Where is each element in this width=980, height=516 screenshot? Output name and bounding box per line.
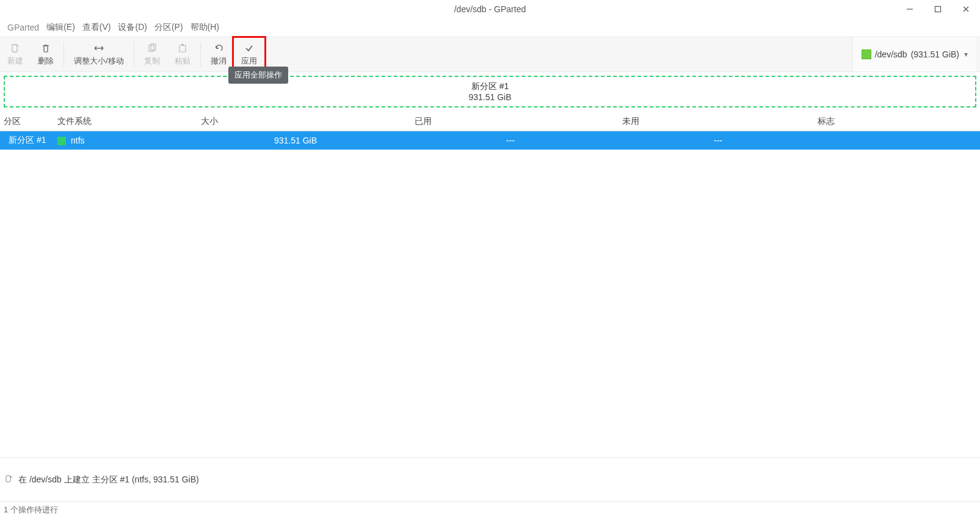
svg-rect-8 xyxy=(180,45,186,52)
resize-label: 调整大小/移动 xyxy=(74,56,124,67)
copy-button: 复制 xyxy=(137,37,167,71)
toolbar: 新建 删除 调整大小/移动 复制 粘贴 撤消 应用 xyxy=(0,37,980,72)
trash-icon xyxy=(41,42,51,54)
partition-map-name: 新分区 #1 xyxy=(471,81,509,92)
titlebar: /dev/sdb - GParted xyxy=(0,0,980,18)
menu-device[interactable]: 设备(D) xyxy=(114,18,150,37)
col-partition[interactable]: 分区 xyxy=(4,116,57,127)
cell-filesystem: ntfs xyxy=(57,136,201,145)
resize-icon xyxy=(93,42,105,54)
col-filesystem[interactable]: 文件系统 xyxy=(57,116,201,127)
pending-op-text: 在 /dev/sdb 上建立 主分区 #1 (ntfs, 931.51 GiB) xyxy=(18,474,199,485)
pending-op-icon xyxy=(5,474,13,485)
paste-icon xyxy=(178,42,187,54)
statusbar-text: 1 个操作待进行 xyxy=(4,505,58,514)
chevron-down-icon: ▾ xyxy=(964,50,968,59)
menu-edit[interactable]: 编辑(E) xyxy=(43,18,79,37)
apply-tooltip: 应用全部操作 xyxy=(228,67,288,84)
menu-help[interactable]: 帮助(H) xyxy=(187,18,223,37)
table-header: 分区 文件系统 大小 已用 未用 标志 xyxy=(0,112,980,131)
menu-partition[interactable]: 分区(P) xyxy=(151,18,187,37)
separator xyxy=(200,42,201,67)
cell-size: 931.51 GiB xyxy=(201,136,415,145)
menu-view[interactable]: 查看(V) xyxy=(79,18,115,37)
svg-rect-4 xyxy=(12,45,17,52)
menubar: GParted 编辑(E) 查看(V) 设备(D) 分区(P) 帮助(H) xyxy=(0,18,980,37)
col-size[interactable]: 大小 xyxy=(201,116,415,127)
undo-icon xyxy=(214,42,223,54)
svg-rect-9 xyxy=(181,44,184,46)
partition-map-size: 931.51 GiB xyxy=(468,92,511,102)
blank-area xyxy=(0,150,980,457)
col-flags[interactable]: 标志 xyxy=(818,116,976,127)
new-button: 新建 xyxy=(0,37,31,71)
pending-operations[interactable]: 在 /dev/sdb 上建立 主分区 #1 (ntfs, 931.51 GiB) xyxy=(0,457,980,501)
new-icon xyxy=(10,42,20,54)
device-path: /dev/sdb xyxy=(875,49,907,59)
menu-gparted[interactable]: GParted xyxy=(4,18,43,37)
copy-icon xyxy=(147,42,157,54)
undo-label: 撤消 xyxy=(211,56,227,67)
window-controls xyxy=(896,0,980,18)
cell-partition: 新分区 #1 xyxy=(4,135,57,146)
table-row[interactable]: 新分区 #1 ntfs 931.51 GiB --- --- xyxy=(0,131,980,150)
filesystem-name: ntfs xyxy=(71,136,85,145)
paste-label: 粘贴 xyxy=(175,56,191,67)
resize-button[interactable]: 调整大小/移动 xyxy=(67,37,131,71)
cell-used: --- xyxy=(415,136,622,145)
filesystem-color-chip xyxy=(57,137,66,145)
minimize-button[interactable] xyxy=(896,0,924,18)
delete-button[interactable]: 删除 xyxy=(31,37,61,71)
statusbar: 1 个操作待进行 xyxy=(0,501,980,516)
partition-table: 分区 文件系统 大小 已用 未用 标志 新分区 #1 ntfs 931.51 G… xyxy=(0,107,980,150)
separator xyxy=(64,42,64,67)
check-icon xyxy=(244,42,254,54)
device-selector[interactable]: /dev/sdb (931.51 GiB) ▾ xyxy=(852,37,976,71)
cell-unused: --- xyxy=(622,136,818,145)
col-used[interactable]: 已用 xyxy=(415,116,622,127)
partition-map[interactable]: 新分区 #1 931.51 GiB xyxy=(4,76,976,107)
svg-rect-10 xyxy=(6,476,10,482)
window-title: /dev/sdb - GParted xyxy=(454,4,526,14)
new-label: 新建 xyxy=(7,56,23,67)
separator xyxy=(134,42,134,67)
delete-label: 删除 xyxy=(38,56,54,67)
copy-label: 复制 xyxy=(144,56,160,67)
apply-label: 应用 xyxy=(241,56,257,67)
svg-rect-1 xyxy=(935,7,941,12)
device-size: (931.51 GiB) xyxy=(911,49,959,59)
device-color-chip xyxy=(862,49,871,59)
close-button[interactable] xyxy=(952,0,980,18)
col-unused[interactable]: 未用 xyxy=(622,116,818,127)
maximize-button[interactable] xyxy=(924,0,952,18)
paste-button: 粘贴 xyxy=(167,37,198,71)
